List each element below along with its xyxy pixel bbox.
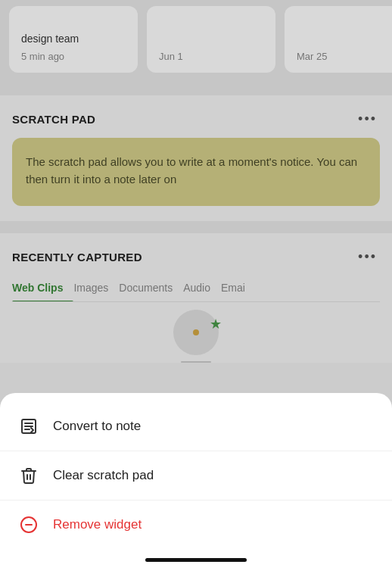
convert-to-note-item[interactable]: Convert to note — [0, 402, 392, 451]
remove-widget-label: Remove widget — [53, 517, 142, 532]
home-indicator — [145, 558, 247, 562]
minus-circle-icon — [18, 514, 39, 535]
bottom-sheet-handle — [182, 393, 210, 396]
trash-icon — [18, 465, 39, 486]
bottom-sheet: Convert to note Clear scratch pad Remov — [0, 393, 392, 577]
clear-scratch-pad-item[interactable]: Clear scratch pad — [0, 451, 392, 500]
convert-to-note-label: Convert to note — [53, 419, 141, 434]
convert-icon — [18, 416, 39, 437]
clear-scratch-pad-label: Clear scratch pad — [53, 468, 154, 483]
remove-widget-item[interactable]: Remove widget — [0, 501, 392, 549]
